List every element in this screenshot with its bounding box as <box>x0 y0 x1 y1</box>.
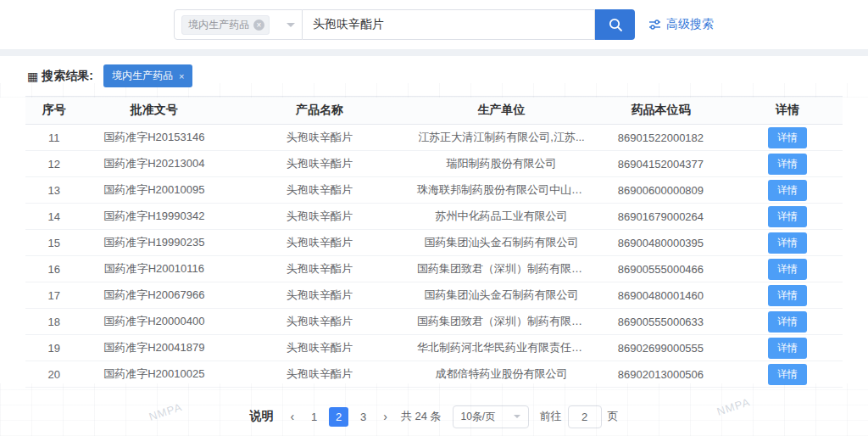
cell-no: 18 <box>25 309 82 335</box>
goto-page: 前往 页 <box>540 405 619 428</box>
table-row: 13国药准字H20010095头孢呋辛酯片珠海联邦制药股份有限公司中山分...8… <box>25 177 843 204</box>
search-bar: 境内生产药品 × 高级搜索 <box>174 8 714 41</box>
cell-no: 16 <box>25 256 82 282</box>
page-buttons: 123 <box>304 407 373 427</box>
cell-approval: 国药准字H20153146 <box>82 125 225 151</box>
category-select[interactable]: 境内生产药品 × <box>174 9 303 40</box>
cell-manufacturer: 江苏正大清江制药有限公司,江苏... <box>414 125 589 151</box>
goto-page-input[interactable] <box>568 405 602 428</box>
cell-no: 13 <box>25 177 82 204</box>
detail-button[interactable]: 详情 <box>768 285 807 306</box>
cell-no: 11 <box>25 125 82 151</box>
goto-label: 前往 <box>540 409 562 424</box>
page-size-select[interactable]: 10条/页 <box>453 405 529 428</box>
page-button-3[interactable]: 3 <box>353 407 373 427</box>
cell-code: 86902013000506 <box>589 361 732 388</box>
column-header: 药品本位码 <box>589 97 732 125</box>
column-header: 批准文号 <box>82 97 225 125</box>
cell-code: 86901522000182 <box>589 125 732 151</box>
cell-code: 86900555000466 <box>589 256 732 282</box>
cell-approval: 国药准字H20213004 <box>82 151 225 177</box>
table-header-row: 序号批准文号产品名称生产单位药品本位码详情 <box>25 97 843 125</box>
cell-manufacturer: 国药集团汕头金石制药有限公司 <box>414 282 589 309</box>
cell-no: 19 <box>25 335 82 361</box>
cell-detail: 详情 <box>732 151 843 177</box>
cell-no: 17 <box>25 282 82 309</box>
cell-product: 头孢呋辛酯片 <box>225 309 414 335</box>
cell-manufacturer: 瑞阳制药股份有限公司 <box>414 151 589 177</box>
cell-approval: 国药准字H20000400 <box>82 309 225 335</box>
cell-detail: 详情 <box>732 125 843 151</box>
cell-manufacturer: 国药集团汕头金石制药有限公司 <box>414 230 589 256</box>
note-label[interactable]: 说明 <box>249 409 273 424</box>
column-header: 详情 <box>732 97 843 125</box>
table-row: 15国药准字H19990235头孢呋辛酯片国药集团汕头金石制药有限公司86900… <box>25 230 843 256</box>
search-input[interactable] <box>303 9 595 40</box>
detail-button[interactable]: 详情 <box>768 206 807 227</box>
cell-code: 86900555000633 <box>589 309 732 335</box>
cell-product: 头孢呋辛酯片 <box>225 282 414 309</box>
chevron-down-icon <box>287 23 295 27</box>
category-tag-close-icon[interactable]: × <box>253 20 264 31</box>
column-header: 产品名称 <box>225 97 414 125</box>
cell-product: 头孢呋辛酯片 <box>225 177 414 204</box>
table-row: 11国药准字H20153146头孢呋辛酯片江苏正大清江制药有限公司,江苏...8… <box>25 125 843 151</box>
advanced-search-link[interactable]: 高级搜索 <box>648 17 714 32</box>
cell-code: 86900600000809 <box>589 177 732 204</box>
cell-manufacturer: 珠海联邦制药股份有限公司中山分... <box>414 177 589 204</box>
table-row: 20国药准字H20010025头孢呋辛酯片成都倍特药业股份有限公司8690201… <box>25 361 843 388</box>
category-tag: 境内生产药品 × <box>181 15 270 35</box>
cell-detail: 详情 <box>732 204 843 230</box>
prev-page-arrow[interactable]: ‹ <box>287 410 297 423</box>
cell-no: 14 <box>25 204 82 230</box>
results-header: ▦ 搜索结果: 境内生产药品 × <box>27 64 192 87</box>
cell-code: 86904152004377 <box>589 151 732 177</box>
cell-manufacturer: 苏州中化药品工业有限公司 <box>414 204 589 230</box>
filter-tag-close-icon[interactable]: × <box>179 71 184 81</box>
cell-product: 头孢呋辛酯片 <box>225 204 414 230</box>
detail-button[interactable]: 详情 <box>768 259 807 280</box>
detail-button[interactable]: 详情 <box>768 154 807 175</box>
page-button-2[interactable]: 2 <box>329 407 348 427</box>
detail-button[interactable]: 详情 <box>768 127 807 148</box>
detail-button[interactable]: 详情 <box>768 311 807 333</box>
category-tag-label: 境内生产药品 <box>188 18 249 32</box>
chevron-down-icon <box>514 415 520 418</box>
detail-button[interactable]: 详情 <box>768 338 807 359</box>
cell-detail: 详情 <box>732 230 843 256</box>
table-row: 18国药准字H20000400头孢呋辛酯片国药集团致君（深圳）制药有限公...8… <box>25 309 843 335</box>
cell-approval: 国药准字H20010095 <box>82 177 225 204</box>
cell-detail: 详情 <box>732 335 843 361</box>
advanced-search-label: 高级搜索 <box>666 17 714 32</box>
detail-button[interactable]: 详情 <box>768 364 807 385</box>
cell-detail: 详情 <box>732 282 843 309</box>
cell-approval: 国药准字H20067966 <box>82 282 225 309</box>
results-label: ▦ 搜索结果: <box>27 69 93 84</box>
page-button-1[interactable]: 1 <box>304 407 324 427</box>
table-row: 17国药准字H20067966头孢呋辛酯片国药集团汕头金石制药有限公司86900… <box>25 282 843 309</box>
search-button[interactable] <box>595 9 635 40</box>
cell-detail: 详情 <box>732 309 843 335</box>
filter-tag[interactable]: 境内生产药品 × <box>103 64 192 87</box>
cell-detail: 详情 <box>732 361 843 388</box>
cell-manufacturer: 华北制药河北华民药业有限责任公... <box>414 335 589 361</box>
total-count: 共 24 条 <box>401 409 442 424</box>
cell-product: 头孢呋辛酯片 <box>225 151 414 177</box>
cell-approval: 国药准字H20010025 <box>82 361 225 388</box>
cell-code: 86900480001460 <box>589 282 732 309</box>
detail-button[interactable]: 详情 <box>768 232 807 254</box>
results-label-text: 搜索结果: <box>42 69 93 84</box>
cell-code: 86900480000395 <box>589 230 732 256</box>
sliders-icon <box>648 19 661 31</box>
table-body: 11国药准字H20153146头孢呋辛酯片江苏正大清江制药有限公司,江苏...8… <box>25 125 843 388</box>
cell-no: 20 <box>25 361 82 388</box>
next-page-arrow[interactable]: › <box>381 410 390 423</box>
cell-no: 12 <box>25 151 82 177</box>
page-size-value: 10条/页 <box>461 410 496 424</box>
results-table: 序号批准文号产品名称生产单位药品本位码详情 11国药准字H20153146头孢呋… <box>25 96 843 388</box>
cell-manufacturer: 成都倍特药业股份有限公司 <box>414 361 589 388</box>
table-row: 14国药准字H19990342头孢呋辛酯片苏州中化药品工业有限公司8690167… <box>25 204 843 230</box>
detail-button[interactable]: 详情 <box>768 180 807 201</box>
cell-product: 头孢呋辛酯片 <box>225 230 414 256</box>
table-row: 12国药准字H20213004头孢呋辛酯片瑞阳制药股份有限公司869041520… <box>25 151 843 177</box>
